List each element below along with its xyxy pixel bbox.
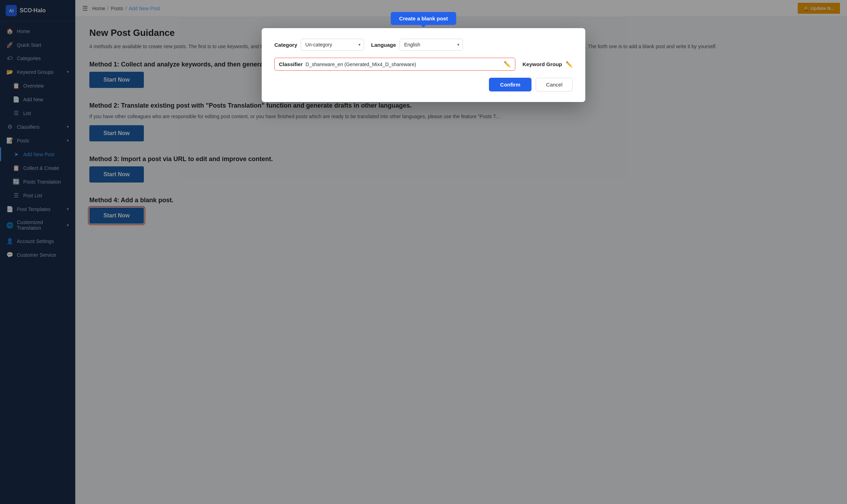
category-select[interactable]: Un-category Category 1 Category 2 xyxy=(301,39,364,51)
classifier-field: Classifier D_shareware_en (Generated_Mix… xyxy=(274,58,515,71)
dialog-row-1: Category Un-category Category 1 Category… xyxy=(274,39,573,51)
classifier-value: D_shareware_en (Generated_Mix4_D_sharewa… xyxy=(306,62,501,67)
create-blank-post-dialog: Create a blank post Category Un-category… xyxy=(262,28,585,102)
keyword-group-edit-icon[interactable]: ✏️ xyxy=(566,61,573,68)
classifier-label: Classifier xyxy=(279,61,303,67)
classifier-edit-icon[interactable]: ✏️ xyxy=(504,61,511,68)
category-select-wrap: Un-category Category 1 Category 2 xyxy=(301,39,364,51)
dialog-row-2: Classifier D_shareware_en (Generated_Mix… xyxy=(274,58,573,71)
category-label: Category xyxy=(274,42,297,48)
keyword-group-field: Keyword Group ✏️ xyxy=(522,61,573,68)
language-field: Language English Chinese French German J… xyxy=(371,39,463,51)
keyword-group-label: Keyword Group xyxy=(522,61,562,67)
dialog-tooltip: Create a blank post xyxy=(391,12,456,25)
language-label: Language xyxy=(371,42,396,48)
language-select-wrap: English Chinese French German Japanese xyxy=(400,39,463,51)
modal-overlay: Create a blank post Category Un-category… xyxy=(0,0,847,504)
category-field: Category Un-category Category 1 Category… xyxy=(274,39,364,51)
cancel-button[interactable]: Cancel xyxy=(536,78,573,91)
language-select[interactable]: English Chinese French German Japanese xyxy=(400,39,463,51)
dialog-actions: Confirm Cancel xyxy=(274,78,573,91)
confirm-button[interactable]: Confirm xyxy=(489,78,532,91)
